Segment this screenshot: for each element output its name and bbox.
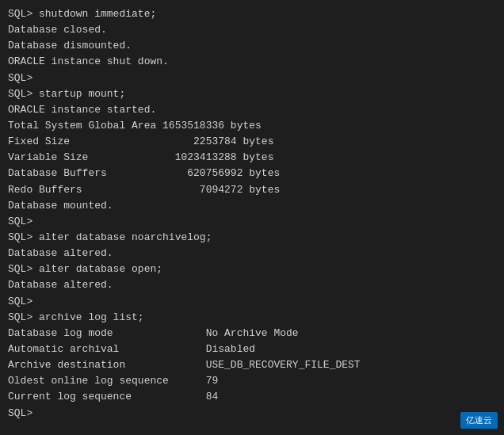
terminal-line: SQL> startup mount; xyxy=(8,86,496,102)
terminal-line: Total System Global Area 1653518336 byte… xyxy=(8,118,496,134)
terminal-line: Database dismounted. xyxy=(8,38,496,54)
terminal-line: Redo Buffers 7094272 bytes xyxy=(8,182,496,198)
terminal-line: Database altered. xyxy=(8,246,496,261)
terminal-output: SQL> shutdown immediate;Database closed.… xyxy=(8,6,496,422)
terminal-line: Database log mode No Archive Mode xyxy=(8,326,496,342)
terminal-line: Database altered. xyxy=(8,277,496,293)
terminal-line: ORACLE instance started. xyxy=(8,102,496,118)
terminal-line: SQL> xyxy=(8,214,496,230)
terminal-line: Current log sequence 84 xyxy=(8,389,496,405)
terminal-line: SQL> alter database noarchivelog; xyxy=(8,230,496,246)
watermark-badge: 亿速云 xyxy=(460,412,498,429)
terminal-line: Database Buffers 620756992 bytes xyxy=(8,166,496,181)
terminal-line: Fixed Size 2253784 bytes xyxy=(8,134,496,150)
terminal-window: SQL> shutdown immediate;Database closed.… xyxy=(0,0,504,435)
terminal-line: Oldest online log sequence 79 xyxy=(8,373,496,389)
terminal-line: SQL> xyxy=(8,406,496,422)
terminal-line: SQL> alter database open; xyxy=(8,261,496,277)
watermark-text: 亿速云 xyxy=(466,415,492,425)
terminal-line: SQL> xyxy=(8,71,496,86)
terminal-line: SQL> archive log list; xyxy=(8,310,496,326)
terminal-line: Database mounted. xyxy=(8,198,496,214)
terminal-line: SQL> xyxy=(8,294,496,310)
terminal-line: SQL> shutdown immediate; xyxy=(8,6,496,22)
terminal-line: Automatic archival Disabled xyxy=(8,342,496,357)
terminal-line: Database closed. xyxy=(8,22,496,38)
terminal-line: Variable Size 1023413288 bytes xyxy=(8,150,496,166)
terminal-line: Archive destination USE_DB_RECOVERY_FILE… xyxy=(8,357,496,373)
terminal-line: ORACLE instance shut down. xyxy=(8,54,496,70)
